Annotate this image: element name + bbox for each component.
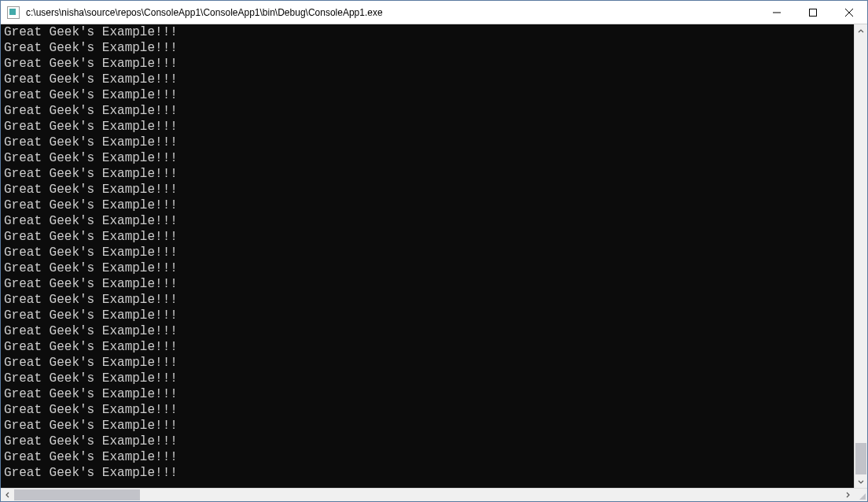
scroll-left-arrow-icon[interactable] <box>1 489 14 501</box>
horizontal-scrollbar[interactable] <box>1 488 867 501</box>
console-line: Great Geek's Example!!! <box>4 339 854 355</box>
app-icon <box>7 6 20 19</box>
content-row: Great Geek's Example!!!Great Geek's Exam… <box>1 24 867 488</box>
console-line: Great Geek's Example!!! <box>4 292 854 308</box>
window-title: c:\users\nisha\source\repos\ConsoleApp1\… <box>26 7 759 18</box>
horizontal-scroll-thumb[interactable] <box>14 489 140 500</box>
scroll-up-arrow-icon[interactable] <box>855 24 867 38</box>
console-line: Great Geek's Example!!! <box>4 119 854 135</box>
console-window: c:\users\nisha\source\repos\ConsoleApp1\… <box>0 0 868 502</box>
client-area: Great Geek's Example!!!Great Geek's Exam… <box>1 24 867 501</box>
titlebar[interactable]: c:\users\nisha\source\repos\ConsoleApp1\… <box>1 1 867 24</box>
console-output[interactable]: Great Geek's Example!!!Great Geek's Exam… <box>1 24 854 488</box>
console-line: Great Geek's Example!!! <box>4 323 854 339</box>
scroll-down-arrow-icon[interactable] <box>855 474 867 488</box>
console-line: Great Geek's Example!!! <box>4 465 854 481</box>
console-line: Great Geek's Example!!! <box>4 87 854 103</box>
console-line: Great Geek's Example!!! <box>4 182 854 197</box>
horizontal-scroll-track[interactable] <box>14 489 840 501</box>
console-line: Great Geek's Example!!! <box>4 150 854 166</box>
console-line: Great Geek's Example!!! <box>4 449 854 465</box>
console-line: Great Geek's Example!!! <box>4 72 854 87</box>
window-controls <box>759 1 867 24</box>
vertical-scroll-track[interactable] <box>855 38 867 474</box>
resize-grip-icon[interactable] <box>854 489 867 501</box>
console-line: Great Geek's Example!!! <box>4 56 854 72</box>
chevron-up-icon <box>858 28 864 35</box>
vertical-scroll-thumb[interactable] <box>855 443 866 474</box>
console-line: Great Geek's Example!!! <box>4 229 854 245</box>
close-icon <box>845 9 853 17</box>
vertical-scrollbar[interactable] <box>854 24 867 488</box>
chevron-left-icon <box>5 492 11 498</box>
console-line: Great Geek's Example!!! <box>4 213 854 229</box>
console-line: Great Geek's Example!!! <box>4 355 854 371</box>
console-line: Great Geek's Example!!! <box>4 103 854 119</box>
maximize-button[interactable] <box>795 1 831 24</box>
chevron-down-icon <box>858 478 864 485</box>
console-line: Great Geek's Example!!! <box>4 276 854 292</box>
console-line: Great Geek's Example!!! <box>4 308 854 323</box>
console-line: Great Geek's Example!!! <box>4 434 854 449</box>
console-line: Great Geek's Example!!! <box>4 135 854 150</box>
console-line: Great Geek's Example!!! <box>4 260 854 276</box>
console-line: Great Geek's Example!!! <box>4 197 854 213</box>
close-button[interactable] <box>831 1 867 24</box>
minimize-button[interactable] <box>759 1 795 24</box>
console-line: Great Geek's Example!!! <box>4 402 854 418</box>
console-line: Great Geek's Example!!! <box>4 418 854 434</box>
console-line: Great Geek's Example!!! <box>4 40 854 56</box>
console-line: Great Geek's Example!!! <box>4 386 854 402</box>
console-line: Great Geek's Example!!! <box>4 24 854 40</box>
console-line: Great Geek's Example!!! <box>4 245 854 260</box>
console-line: Great Geek's Example!!! <box>4 371 854 386</box>
console-line: Great Geek's Example!!! <box>4 166 854 182</box>
minimize-icon <box>773 9 781 17</box>
scroll-right-arrow-icon[interactable] <box>840 489 854 501</box>
maximize-icon <box>809 9 817 17</box>
svg-rect-0 <box>810 9 817 16</box>
chevron-right-icon <box>844 492 851 498</box>
